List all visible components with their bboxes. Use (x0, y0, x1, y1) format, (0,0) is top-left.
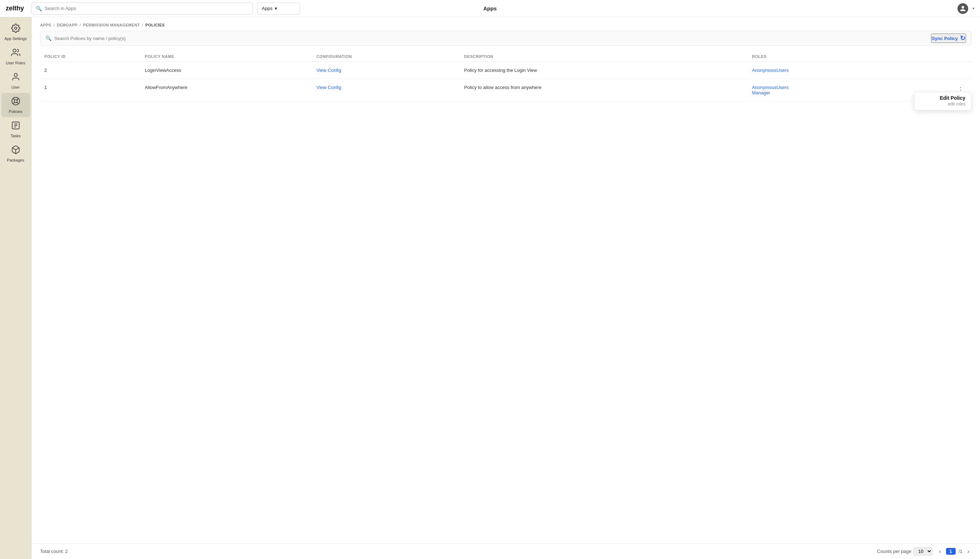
context-menu-edit-policy[interactable]: Edit Policy (920, 95, 965, 101)
pagination: ‹ 1 /1 › (937, 547, 972, 556)
svg-point-2 (14, 73, 17, 76)
policy-description-cell: Policy for accessing the Login View (460, 62, 748, 79)
svg-point-4 (14, 100, 17, 103)
footer-right: Counts per page 10 25 50 ‹ 1 /1 › (877, 547, 972, 556)
policy-roles-cell: AnonymousUsers Manager (748, 79, 899, 101)
main-layout: App Settings User Roles User Policies Ta… (0, 17, 980, 559)
logo: zelthy (6, 5, 24, 12)
search-filter-row: 🔍 Sync Policy ↻ (40, 31, 972, 46)
counts-per-page: Counts per page 10 25 50 (877, 547, 932, 556)
search-filter-icon: 🔍 (45, 35, 51, 41)
table-row: 2 LoginViewAccess View Config Policy for… (40, 62, 972, 79)
prev-page-button[interactable]: ‹ (937, 547, 943, 556)
svg-line-5 (13, 98, 15, 100)
sidebar-item-user-roles[interactable]: User Roles (2, 44, 30, 69)
policies-table: POLICY ID POLICY NAME CONFIGURATION DESC… (40, 51, 972, 101)
context-menu: Edit Policy edit roles (914, 92, 972, 111)
breadcrumb-sep-3: / (142, 23, 143, 27)
sync-policy-button[interactable]: Sync Policy ↻ (931, 34, 966, 43)
sidebar: App Settings User Roles User Policies Ta… (0, 17, 32, 559)
next-page-button[interactable]: › (965, 547, 972, 556)
sidebar-item-label-policies: Policies (9, 109, 23, 114)
breadcrumb: APPS / DEMOAPP / PERMISSION MANAGEMENT /… (32, 17, 980, 31)
user-icon (11, 72, 20, 84)
breadcrumb-sep-1: / (53, 23, 55, 27)
content-area: APPS / DEMOAPP / PERMISSION MANAGEMENT /… (32, 17, 980, 559)
policy-name-cell: LoginViewAccess (141, 62, 312, 79)
breadcrumb-permission-management[interactable]: PERMISSION MANAGEMENT (83, 23, 140, 27)
nav-center-title: Apps (483, 5, 497, 12)
action-cell-row2: ⋮ Edit Policy edit roles (900, 79, 972, 101)
policy-config-cell: View Config (312, 62, 460, 79)
role-link[interactable]: AnonymousUsers (752, 85, 895, 90)
col-actions (900, 51, 972, 62)
user-roles-icon (11, 48, 20, 60)
policy-config-cell: View Config (312, 79, 460, 101)
svg-line-6 (17, 102, 18, 104)
sidebar-item-label-app-settings: App Settings (4, 36, 27, 41)
table-row: 1 AllowFromAnywhere View Config Policy t… (40, 79, 972, 101)
sidebar-item-label-user: User (12, 85, 20, 89)
search-icon: 🔍 (36, 6, 42, 12)
policies-icon (11, 96, 20, 108)
policy-id-cell: 1 (40, 79, 141, 101)
current-page: 1 (946, 548, 956, 555)
sidebar-item-tasks[interactable]: Tasks (2, 117, 30, 142)
col-configuration: CONFIGURATION (312, 51, 460, 62)
svg-point-0 (14, 27, 17, 30)
col-policy-name: POLICY NAME (141, 51, 312, 62)
role-link-manager[interactable]: Manager (752, 90, 895, 96)
sidebar-item-packages[interactable]: Packages (2, 142, 30, 166)
context-menu-subtitle: edit roles (920, 101, 965, 106)
sync-icon: ↻ (960, 34, 965, 42)
footer: Total count: 2 Counts per page 10 25 50 … (32, 543, 980, 559)
per-page-select[interactable]: 10 25 50 (914, 547, 932, 556)
counts-per-page-label: Counts per page (877, 549, 911, 554)
sync-policy-label: Sync Policy (932, 36, 958, 41)
gear-icon (11, 23, 20, 35)
packages-icon (11, 145, 20, 157)
action-cell-row1 (900, 62, 972, 79)
policy-name-cell: AllowFromAnywhere (141, 79, 312, 101)
top-nav: zelthy 🔍 Apps ▾ Apps ▾ (0, 0, 980, 17)
tasks-icon (11, 121, 20, 132)
policy-roles-cell: AnonymousUsers (748, 62, 899, 79)
svg-line-9 (13, 102, 15, 104)
breadcrumb-demoapp[interactable]: DEMOAPP (57, 23, 78, 27)
search-input[interactable] (45, 6, 248, 11)
table-container: 🔍 Sync Policy ↻ POLICY ID POLICY NAME CO… (32, 31, 980, 543)
chevron-down-icon: ▾ (275, 6, 277, 11)
total-count-label: Total count: 2 (40, 549, 68, 554)
sidebar-item-label-user-roles: User Roles (6, 61, 25, 65)
svg-point-1 (13, 49, 16, 52)
col-description: DESCRIPTION (460, 51, 748, 62)
sidebar-item-policies[interactable]: Policies (2, 93, 30, 117)
user-avatar[interactable] (957, 3, 968, 14)
search-bar[interactable]: 🔍 (31, 3, 253, 15)
role-link[interactable]: AnonymousUsers (752, 68, 895, 73)
apps-dropdown[interactable]: Apps ▾ (257, 3, 300, 15)
policy-description-cell: Policy to allow access from anywhere (460, 79, 748, 101)
breadcrumb-current: POLICIES (146, 23, 165, 27)
policy-search-input[interactable] (55, 36, 928, 41)
sidebar-item-label-packages: Packages (7, 158, 24, 162)
col-roles: ROLES (748, 51, 899, 62)
view-config-link[interactable]: View Config (317, 68, 341, 73)
total-pages: /1 (958, 549, 962, 554)
policy-id-cell: 2 (40, 62, 141, 79)
view-config-link[interactable]: View Config (317, 85, 341, 90)
apps-dropdown-label: Apps (262, 6, 272, 11)
svg-line-8 (17, 99, 18, 100)
user-chevron-icon[interactable]: ▾ (972, 7, 974, 10)
col-policy-id: POLICY ID (40, 51, 141, 62)
sidebar-item-label-tasks: Tasks (10, 134, 20, 138)
breadcrumb-sep-2: / (80, 23, 81, 27)
breadcrumb-apps[interactable]: APPS (40, 23, 51, 27)
sidebar-item-app-settings[interactable]: App Settings (2, 20, 30, 44)
sidebar-item-user[interactable]: User (2, 69, 30, 93)
